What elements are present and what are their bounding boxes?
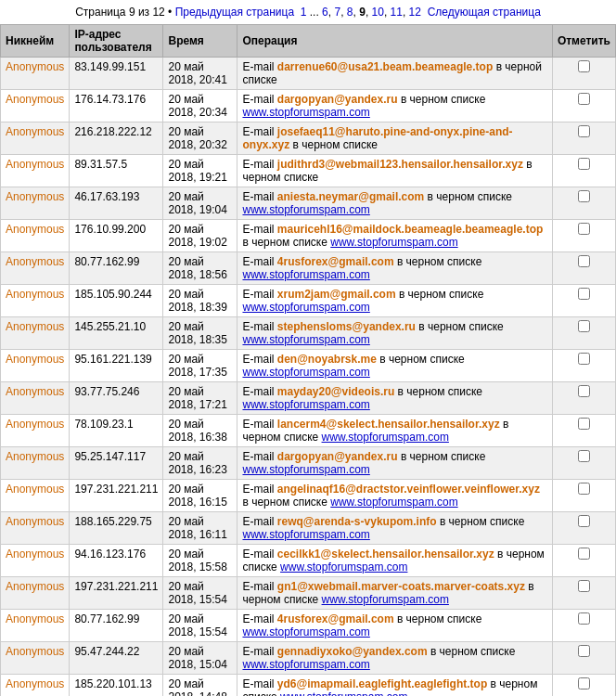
cell-operation: E-mail gennadiyxoko@yandex.com в черном … bbox=[237, 642, 552, 675]
cell-checkbox[interactable] bbox=[552, 350, 615, 382]
mark-checkbox[interactable] bbox=[578, 158, 590, 170]
cell-operation: E-mail mauricehl16@maildock.beameagle.be… bbox=[237, 220, 552, 252]
table-row: Anonymous 83.149.99.151 20 май 2018, 20:… bbox=[1, 58, 616, 90]
cell-checkbox[interactable] bbox=[552, 480, 615, 512]
table-row: Anonymous 95.47.244.22 20 май 2018, 15:0… bbox=[1, 642, 616, 675]
cell-ip: 89.31.57.5 bbox=[70, 155, 163, 187]
cell-checkbox[interactable] bbox=[552, 545, 615, 577]
cell-ip: 176.14.73.176 bbox=[70, 90, 163, 122]
mark-checkbox[interactable] bbox=[578, 515, 590, 527]
mark-checkbox[interactable] bbox=[578, 645, 590, 657]
cell-nickname: Anonymous bbox=[1, 610, 70, 642]
page-12-link[interactable]: 12 bbox=[409, 6, 421, 19]
cell-checkbox[interactable] bbox=[552, 58, 615, 90]
cell-checkbox[interactable] bbox=[552, 577, 615, 610]
mark-checkbox[interactable] bbox=[578, 612, 590, 625]
cell-checkbox[interactable] bbox=[552, 187, 615, 220]
page-6-link[interactable]: 6 bbox=[322, 6, 328, 19]
cell-nickname: Anonymous bbox=[1, 480, 70, 512]
cell-checkbox[interactable] bbox=[552, 642, 615, 675]
cell-time: 20 май 2018, 16:15 bbox=[163, 480, 237, 512]
mark-checkbox[interactable] bbox=[578, 255, 590, 267]
cell-checkbox[interactable] bbox=[552, 610, 615, 642]
mark-checkbox[interactable] bbox=[578, 548, 590, 560]
cell-ip: 80.77.162.99 bbox=[70, 610, 163, 642]
cell-checkbox[interactable] bbox=[552, 447, 615, 480]
cell-nickname: Anonymous bbox=[1, 545, 70, 577]
cell-ip: 197.231.221.211 bbox=[70, 577, 163, 610]
cell-operation: E-mail xrum2jam@gmail.com в черном списк… bbox=[237, 285, 552, 317]
cell-operation: E-mail rewq@arenda-s-vykupom.info в черн… bbox=[237, 512, 552, 545]
mark-checkbox[interactable] bbox=[578, 320, 590, 332]
table-row: Anonymous 176.14.73.176 20 май 2018, 20:… bbox=[1, 90, 616, 122]
cell-time: 20 май 2018, 18:56 bbox=[163, 252, 237, 285]
cell-checkbox[interactable] bbox=[552, 90, 615, 122]
cell-operation: E-mail gn1@xwebmail.marver-coats.marver-… bbox=[237, 577, 552, 610]
cell-nickname: Anonymous bbox=[1, 122, 70, 155]
cell-checkbox[interactable] bbox=[552, 252, 615, 285]
mark-checkbox[interactable] bbox=[578, 288, 590, 300]
cell-nickname: Anonymous bbox=[1, 642, 70, 675]
mark-checkbox[interactable] bbox=[578, 450, 590, 462]
cell-checkbox[interactable] bbox=[552, 155, 615, 187]
mark-checkbox[interactable] bbox=[578, 677, 590, 690]
col-header-nickname: Никнейм bbox=[1, 25, 70, 58]
cell-checkbox[interactable] bbox=[552, 512, 615, 545]
mark-checkbox[interactable] bbox=[578, 93, 590, 105]
cell-operation: E-mail judithrd3@webmail123.hensailor.he… bbox=[237, 155, 552, 187]
mark-checkbox[interactable] bbox=[578, 125, 590, 137]
cell-ip: 185.220.101.13 bbox=[70, 675, 163, 697]
cell-ip: 185.105.90.244 bbox=[70, 285, 163, 317]
cell-checkbox[interactable] bbox=[552, 382, 615, 415]
cell-nickname: Anonymous bbox=[1, 382, 70, 415]
table-row: Anonymous 89.31.57.5 20 май 2018, 19:21 … bbox=[1, 155, 616, 187]
page-10-link[interactable]: 10 bbox=[372, 6, 384, 19]
page-1-link[interactable]: 1 bbox=[301, 6, 307, 19]
table-row: Anonymous 80.77.162.99 20 май 2018, 15:5… bbox=[1, 610, 616, 642]
mark-checkbox[interactable] bbox=[578, 418, 590, 430]
page-11-link[interactable]: 11 bbox=[391, 6, 403, 19]
page-8-link[interactable]: 8 bbox=[347, 6, 353, 19]
table-row: Anonymous 80.77.162.99 20 май 2018, 18:5… bbox=[1, 252, 616, 285]
cell-nickname: Anonymous bbox=[1, 447, 70, 480]
table-row: Anonymous 216.218.222.12 20 май 2018, 20… bbox=[1, 122, 616, 155]
cell-operation: E-mail yd6@imapmail.eaglefight.eaglefigh… bbox=[237, 675, 552, 697]
cell-ip: 145.255.21.10 bbox=[70, 317, 163, 350]
col-header-operation: Операция bbox=[237, 25, 552, 58]
cell-checkbox[interactable] bbox=[552, 220, 615, 252]
next-page-link[interactable]: Следующая страница bbox=[428, 6, 541, 19]
prev-page-link[interactable]: Предыдущая страница bbox=[175, 6, 294, 19]
cell-ip: 46.17.63.193 bbox=[70, 187, 163, 220]
cell-checkbox[interactable] bbox=[552, 675, 615, 697]
pagination-top: Страница 9 из 12 • Предыдущая страница 1… bbox=[0, 0, 616, 24]
cell-checkbox[interactable] bbox=[552, 317, 615, 350]
cell-ip: 95.161.221.139 bbox=[70, 350, 163, 382]
cell-ip: 95.25.147.117 bbox=[70, 447, 163, 480]
cell-nickname: Anonymous bbox=[1, 90, 70, 122]
mark-checkbox[interactable] bbox=[578, 580, 590, 592]
mark-checkbox[interactable] bbox=[578, 385, 590, 397]
page-7-link[interactable]: 7 bbox=[334, 6, 340, 19]
mark-checkbox[interactable] bbox=[578, 60, 590, 72]
mark-checkbox[interactable] bbox=[578, 223, 590, 235]
mark-checkbox[interactable] bbox=[578, 190, 590, 202]
cell-ip: 188.165.229.75 bbox=[70, 512, 163, 545]
col-header-ip: IP-адрес пользователя bbox=[70, 25, 163, 58]
cell-checkbox[interactable] bbox=[552, 122, 615, 155]
cell-time: 20 май 2018, 16:23 bbox=[163, 447, 237, 480]
mark-checkbox[interactable] bbox=[578, 353, 590, 365]
cell-nickname: Anonymous bbox=[1, 252, 70, 285]
cell-time: 20 май 2018, 15:54 bbox=[163, 610, 237, 642]
mark-checkbox[interactable] bbox=[578, 483, 590, 495]
cell-ip: 80.77.162.99 bbox=[70, 252, 163, 285]
table-row: Anonymous 95.25.147.117 20 май 2018, 16:… bbox=[1, 447, 616, 480]
cell-checkbox[interactable] bbox=[552, 415, 615, 447]
table-row: Anonymous 94.16.123.176 20 май 2018, 15:… bbox=[1, 545, 616, 577]
cell-operation: E-mail dargopyan@yandex.ru в черном спис… bbox=[237, 90, 552, 122]
cell-operation: E-mail mayday20@videois.ru в черном спис… bbox=[237, 382, 552, 415]
cell-ip: 83.149.99.151 bbox=[70, 58, 163, 90]
cell-checkbox[interactable] bbox=[552, 285, 615, 317]
cell-ip: 78.109.23.1 bbox=[70, 415, 163, 447]
cell-operation: E-mail 4rusforex@gmail.com в черном спис… bbox=[237, 610, 552, 642]
cell-time: 20 май 2018, 15:04 bbox=[163, 642, 237, 675]
